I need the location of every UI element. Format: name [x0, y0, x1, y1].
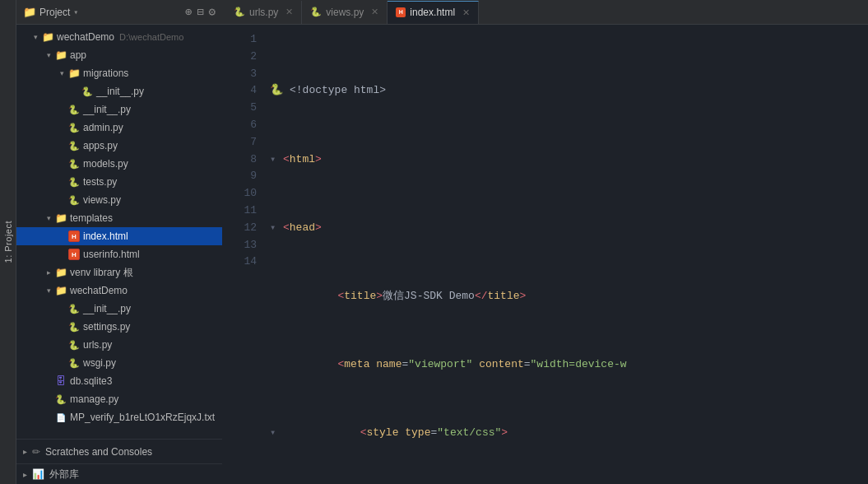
tree-item-urls[interactable]: 🐍 urls.py — [16, 336, 222, 354]
tab-close-index-html[interactable]: ✕ — [462, 7, 470, 18]
arrow-wechatDemo — [30, 31, 41, 43]
external-lib-bar[interactable]: ▸ 📊 外部库 — [16, 463, 222, 484]
tab-close-views[interactable]: ✕ — [371, 7, 378, 17]
tree-item-userinfo-html[interactable]: H userinfo.html — [16, 245, 222, 263]
python-icon-tests: 🐍 — [67, 175, 81, 188]
settings-icon[interactable]: ⚙ — [209, 5, 216, 19]
sidebar-header-icons: ⊕ ⊟ ⚙ — [185, 5, 216, 19]
python-icon-models: 🐍 — [67, 157, 81, 170]
folder-icon-migrations: 📁 — [67, 67, 81, 80]
locate-icon[interactable]: ⊕ — [185, 5, 192, 19]
scratches-bar[interactable]: ▸ ✏ Scratches and Consoles — [16, 439, 222, 463]
arrow-venv — [43, 267, 54, 278]
code-content[interactable]: 🐍 <!doctype html> <html> <head> <title>微… — [263, 25, 868, 484]
code-line-1: 🐍 <!doctype html> — [263, 82, 868, 100]
tab-urls[interactable]: 🐍 urls.py ✕ — [225, 1, 302, 24]
folder-icon-wechatDemo: 📁 — [41, 30, 54, 44]
path-wechatDemo: D:\wechatDemo — [119, 32, 183, 42]
tree-item-manage[interactable]: 🐍 manage.py — [16, 390, 222, 408]
label-templates: templates — [70, 212, 113, 224]
project-side-tab[interactable]: 1: Project — [0, 0, 16, 484]
tree-item-mp-verify[interactable]: 📄 MP_verify_b1reLtO1xRzEjqxJ.txt — [16, 408, 222, 426]
line-num-3: 3 — [222, 66, 257, 83]
tree-item-wsgi[interactable]: 🐍 wsgi.py — [16, 354, 222, 372]
tree-item-db-sqlite[interactable]: 🗄 db.sqlite3 — [16, 372, 222, 390]
tree-item-views[interactable]: 🐍 views.py — [16, 191, 222, 209]
python-icon-admin: 🐍 — [67, 121, 81, 134]
label-urls: urls.py — [83, 339, 112, 351]
tab-index-html[interactable]: H index.html ✕ — [388, 1, 479, 24]
code-line-4: <title>微信JS-SDK Demo</title> — [263, 288, 868, 305]
label-migrations: migrations — [83, 67, 128, 79]
label-db-sqlite: db.sqlite3 — [70, 375, 112, 387]
tree-item-venv[interactable]: 📁 venv library 根 — [16, 263, 222, 282]
tab-bar: 🐍 urls.py ✕ 🐍 views.py ✕ H index.html ✕ — [222, 0, 868, 25]
label-mp-verify: MP_verify_b1reLtO1xRzEjqxJ.txt — [70, 412, 215, 423]
sidebar-panel: 1: Project 📁 Project ▾ ⊕ ⊟ ⚙ 📁 wechatDem… — [0, 0, 222, 484]
code-area: 1 2 3 4 5 6 7 8 9 10 11 12 13 14 🐍 <!doc… — [222, 25, 868, 484]
line-num-14: 14 — [222, 254, 257, 271]
tab-icon-index-html: H — [396, 7, 406, 17]
tree-item-wechatDemo[interactable]: 📁 wechatDemo D:\wechatDemo — [16, 28, 222, 46]
arrow-templates — [43, 212, 54, 224]
external-label: 外部库 — [49, 468, 79, 482]
python-icon-apps: 🐍 — [67, 139, 81, 152]
sidebar-header: 📁 Project ▾ ⊕ ⊟ ⚙ — [16, 0, 222, 25]
external-arrow-icon: ▸ — [23, 470, 27, 479]
arrow-app — [43, 49, 54, 61]
tab-label-index-html: index.html — [410, 7, 455, 18]
tab-views[interactable]: 🐍 views.py ✕ — [302, 1, 388, 24]
tab-label-urls: urls.py — [249, 7, 278, 18]
tree-item-init-migrations[interactable]: 🐍 __init__.py — [16, 82, 222, 100]
code-line-3: <head> — [263, 220, 868, 237]
tree-item-init-app[interactable]: 🐍 __init__.py — [16, 100, 222, 119]
python-icon-views: 🐍 — [67, 193, 81, 207]
label-index-html: index.html — [83, 230, 128, 242]
tree-item-apps[interactable]: 🐍 apps.py — [16, 137, 222, 155]
label-models: models.py — [83, 158, 128, 170]
label-init-migrations: __init__.py — [96, 86, 144, 97]
db-icon: 🗄 — [54, 375, 67, 388]
tree-item-app[interactable]: 📁 app — [16, 46, 222, 64]
label-venv: venv library 根 — [70, 266, 133, 280]
python-icon-wsgi: 🐍 — [67, 356, 81, 370]
label-apps: apps.py — [83, 140, 118, 151]
python-icon-manage: 🐍 — [54, 393, 67, 406]
editor-panel: 🐍 urls.py ✕ 🐍 views.py ✕ H index.html ✕ … — [222, 0, 868, 484]
label-userinfo-html: userinfo.html — [83, 249, 140, 260]
tree-item-tests[interactable]: 🐍 tests.py — [16, 173, 222, 191]
line-num-13: 13 — [222, 237, 257, 254]
label-views: views.py — [83, 194, 121, 206]
tag-head-open: < — [283, 220, 290, 237]
tree-item-templates[interactable]: 📁 templates — [16, 209, 222, 227]
tree-item-migrations[interactable]: 📁 migrations — [16, 64, 222, 82]
fold-3[interactable] — [270, 220, 281, 237]
line-num-5: 5 — [222, 100, 257, 117]
line-num-12: 12 — [222, 220, 257, 237]
html-icon-userinfo: H — [67, 248, 81, 261]
label-settings: settings.py — [83, 321, 130, 333]
tree-item-index-html[interactable]: H index.html — [16, 227, 222, 245]
python-icon-init-app: 🐍 — [67, 103, 81, 116]
line-num-8: 8 — [222, 151, 257, 169]
sidebar-header-title: Project — [39, 7, 70, 18]
label-tests: tests.py — [83, 176, 117, 188]
txt-icon-mp-verify: 📄 — [54, 411, 67, 424]
tree-item-init-wechat[interactable]: 🐍 __init__.py — [16, 300, 222, 318]
collapse-icon[interactable]: ⊟ — [197, 5, 203, 19]
dropdown-icon: ▾ — [73, 7, 78, 17]
code-line-2: <html> — [263, 151, 868, 169]
line-num-4: 4 — [222, 82, 257, 100]
fold-6[interactable] — [270, 425, 281, 442]
fold-2[interactable] — [270, 151, 281, 169]
tree-item-wechatDemo2[interactable]: 📁 wechatDemo — [16, 282, 222, 300]
tree-item-admin[interactable]: 🐍 admin.py — [16, 119, 222, 137]
tree-item-models[interactable]: 🐍 models.py — [16, 155, 222, 173]
tag-html-name: html — [290, 151, 315, 169]
tree-item-settings[interactable]: 🐍 settings.py — [16, 318, 222, 336]
tab-close-urls[interactable]: ✕ — [285, 7, 293, 17]
sidebar-header-left: 📁 Project ▾ — [23, 6, 78, 19]
line-num-10: 10 — [222, 185, 257, 202]
line-num-7: 7 — [222, 134, 257, 151]
label-wsgi: wsgi.py — [83, 357, 116, 369]
